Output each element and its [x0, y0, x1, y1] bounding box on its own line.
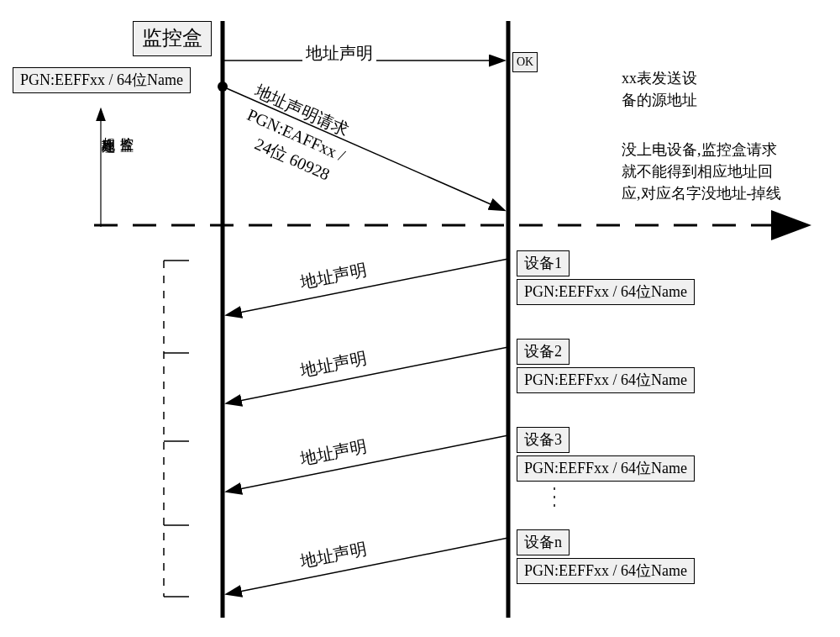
- monitor-box: 监控盒: [133, 21, 212, 56]
- device1-title: 设备1: [517, 250, 570, 276]
- side-note-2-line2: 就不能得到相应地址回: [622, 161, 773, 183]
- side-note-2-line3: 应,对应名字没地址-掉线: [622, 182, 782, 205]
- devicen-pgn: PGN:EEFFxx / 64位Name: [517, 558, 695, 584]
- device2-pgn: PGN:EEFFxx / 64位Name: [517, 367, 695, 393]
- device1-pgn: PGN:EEFFxx / 64位Name: [517, 279, 695, 305]
- side-note-1-line2: 备的源地址: [622, 89, 697, 112]
- vlabel-line2: 相应地处理: [99, 126, 117, 130]
- devicen-title: 设备n: [517, 529, 570, 555]
- side-note-2-line1: 没上电设备,监控盒请求: [622, 139, 777, 161]
- vlabel-line1: 监控盒: [118, 126, 135, 129]
- ok-label: OK: [512, 52, 538, 72]
- monitor-pgn: PGN:EEFFxx / 64位Name: [13, 67, 191, 93]
- device3-title: 设备3: [517, 427, 570, 453]
- side-note-1-line1: xx表发送设: [622, 67, 697, 90]
- arrow1-label: 地址声明: [302, 42, 376, 65]
- sequence-diagram-svg: [0, 0, 840, 637]
- device2-title: 设备2: [517, 339, 570, 365]
- device3-pgn: PGN:EEFFxx / 64位Name: [517, 455, 695, 482]
